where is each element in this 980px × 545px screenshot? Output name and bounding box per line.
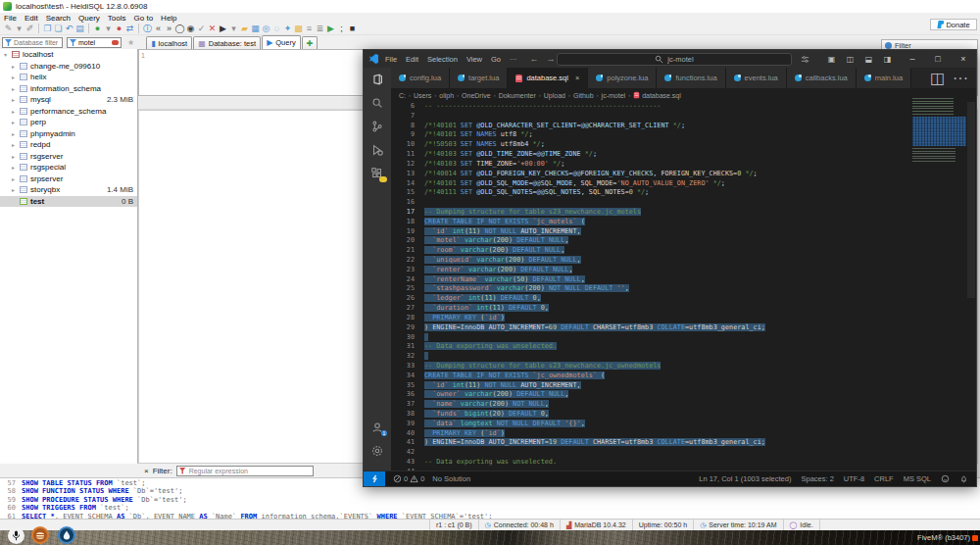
status-item[interactable]: Ln 17, Col 1 (1003 selected) xyxy=(699,474,791,483)
tree-item-information_schema[interactable]: ▸information_schema xyxy=(0,83,137,95)
minimize-button[interactable]: – xyxy=(900,50,925,68)
editor-tab-target-lua[interactable]: target.lua xyxy=(450,68,508,88)
tree-item-srpserver[interactable]: ▸srpserver xyxy=(0,173,137,185)
layout-customize-icon[interactable]: ▣ xyxy=(825,55,838,64)
session-edit-icon[interactable]: ✎ xyxy=(3,25,14,33)
sidebar-toggle-icon[interactable]: ◫ xyxy=(844,55,857,64)
exit-icon[interactable]: ■ xyxy=(347,25,358,33)
maximize-button[interactable]: □ xyxy=(925,50,951,68)
first-icon[interactable]: « xyxy=(153,25,164,33)
tree-item-rsgspecial[interactable]: ▸rsgspecial xyxy=(0,162,137,173)
session-tab-new[interactable]: ✚ xyxy=(302,36,318,49)
feedback-icon[interactable] xyxy=(941,474,950,483)
code-editor[interactable]: 6-- ------------------------------------… xyxy=(391,102,974,471)
dropdown-icon[interactable]: ▾ xyxy=(14,25,24,33)
breadcrumb-item[interactable]: database.sql xyxy=(642,92,681,99)
command-center-search[interactable]: jc-motel xyxy=(557,53,792,66)
scrollbar[interactable] xyxy=(967,102,975,298)
close-button[interactable]: × xyxy=(951,50,976,68)
search-options-icon[interactable] xyxy=(801,55,809,64)
errors-warnings[interactable]: 0 0 xyxy=(393,474,424,483)
scm-icon[interactable] xyxy=(364,115,391,138)
status-item[interactable]: MS SQL xyxy=(904,474,931,483)
editor-tab-main-lua[interactable]: main.lua xyxy=(857,68,911,88)
tree-item-test[interactable]: test0 B xyxy=(0,196,137,208)
editor-tab-events-lua[interactable]: events.lua xyxy=(726,68,787,88)
breadcrumb[interactable]: C:›Users›oliph›OneDrive›Dokumenter›Uploa… xyxy=(391,88,976,102)
expand-icon[interactable]: ▸ xyxy=(12,74,20,80)
database-filter-input[interactable]: Database filter xyxy=(2,37,63,48)
session-tab-localhost[interactable]: ▮localhost xyxy=(146,36,192,49)
refresh-icon[interactable]: ⇄ xyxy=(124,25,135,33)
tree-item-performance_schema[interactable]: ▸performance_schema xyxy=(0,106,137,118)
panel-toggle-icon[interactable]: ⬓ xyxy=(862,55,875,64)
account-icon[interactable]: 1 xyxy=(364,416,391,439)
open-icon[interactable]: ▰ xyxy=(239,25,250,33)
editor-tab-config-lua[interactable]: config.lua xyxy=(391,68,450,88)
menu-file[interactable]: File xyxy=(4,14,17,23)
back-icon[interactable]: ← xyxy=(530,54,539,64)
expand-icon[interactable]: ▸ xyxy=(12,186,20,193)
expand-icon[interactable]: ▸ xyxy=(12,96,20,103)
record-icon[interactable]: ◉ xyxy=(185,25,196,33)
tree-item-rsgserver[interactable]: ▸rsgserver xyxy=(0,151,137,163)
status-item[interactable]: UTF-8 xyxy=(844,474,864,483)
menu-search[interactable]: Search xyxy=(46,14,71,23)
forward-icon[interactable]: → xyxy=(547,54,556,64)
run-green-icon[interactable]: ▶ xyxy=(325,25,336,33)
insert-icon[interactable]: ≡ xyxy=(304,25,315,33)
breadcrumb-item[interactable]: C: xyxy=(399,92,406,99)
vscode-menu-···[interactable]: ··· xyxy=(510,55,517,64)
layout-icon[interactable]: ≣ xyxy=(315,25,325,33)
menu-help[interactable]: Help xyxy=(161,14,176,23)
menu-edit[interactable]: Edit xyxy=(24,14,38,23)
extensions-icon[interactable] xyxy=(364,162,391,185)
tree-item-mysql[interactable]: ▸mysql2.3 MiB xyxy=(0,94,137,106)
disconnect-icon[interactable]: ● xyxy=(114,25,124,33)
expand-icon[interactable]: ▸ xyxy=(12,130,20,137)
expand-icon[interactable]: ▸ xyxy=(12,141,20,148)
debug-icon[interactable] xyxy=(364,138,391,162)
editor-tab-callbacks-lua[interactable]: callbacks.lua xyxy=(787,68,857,88)
vscode-menu-view[interactable]: View xyxy=(466,55,482,64)
split-editor-icon[interactable]: ◫ xyxy=(930,69,945,87)
collapse-icon[interactable]: ▾ xyxy=(4,51,12,58)
expand-icon[interactable]: ▸ xyxy=(12,119,20,125)
connect-icon[interactable]: ● xyxy=(92,25,103,33)
explorer-icon[interactable] xyxy=(364,68,391,91)
tree-item-helix[interactable]: ▸helix xyxy=(0,72,137,83)
breadcrumb-item[interactable]: Github xyxy=(573,92,594,99)
status-item[interactable]: Spaces: 2 xyxy=(801,474,833,483)
print-icon[interactable]: ▤ xyxy=(74,25,85,33)
close-icon[interactable]: × xyxy=(144,467,149,475)
session-tab-query[interactable]: ▶Query xyxy=(262,35,301,49)
search-icon[interactable] xyxy=(364,91,391,115)
menu-query[interactable]: Query xyxy=(78,14,100,23)
breadcrumb-item[interactable]: oliph xyxy=(439,92,454,99)
session-tab-database-test[interactable]: ▦Database: test xyxy=(193,36,261,49)
undo-icon[interactable]: ↶ xyxy=(64,25,74,33)
save-icon[interactable]: ▦ xyxy=(250,25,261,33)
expand-icon[interactable]: ▸ xyxy=(12,175,20,182)
paste-icon[interactable]: ❏ xyxy=(53,25,64,33)
ok-icon[interactable]: ✓ xyxy=(196,25,207,33)
breadcrumb-item[interactable]: Dokumenter xyxy=(499,92,536,99)
copy-icon[interactable]: ❐ xyxy=(42,25,53,33)
vscode-menu-edit[interactable]: Edit xyxy=(406,55,418,64)
vscode-menu-selection[interactable]: Selection xyxy=(427,55,458,64)
last-icon[interactable]: » xyxy=(164,25,174,33)
solution-status[interactable]: No Solution xyxy=(432,474,470,483)
tree-root-localhost[interactable]: ▾localhost xyxy=(0,49,137,61)
breadcrumb-item[interactable]: jc-motel xyxy=(602,92,626,99)
log-filter-input[interactable]: Regular expression xyxy=(176,466,314,476)
tree-item-storyqbx[interactable]: ▸storyqbx1.4 MiB xyxy=(0,184,137,196)
expand-icon[interactable]: ▸ xyxy=(12,85,20,92)
dropdown-icon[interactable]: ▾ xyxy=(103,25,114,33)
tree-item-phpmyadmin[interactable]: ▸phpmyadmin xyxy=(0,128,137,140)
menu-tools[interactable]: Tools xyxy=(108,14,126,23)
secondary-sidebar-icon[interactable]: ◨ xyxy=(881,55,894,64)
editor-tab-functions-lua[interactable]: functions.lua xyxy=(657,68,725,88)
breadcrumb-item[interactable]: Users xyxy=(414,92,431,99)
editor-tab-polyzone-lua[interactable]: polyzone.lua xyxy=(588,68,657,88)
vscode-menu-go[interactable]: Go xyxy=(491,55,501,64)
